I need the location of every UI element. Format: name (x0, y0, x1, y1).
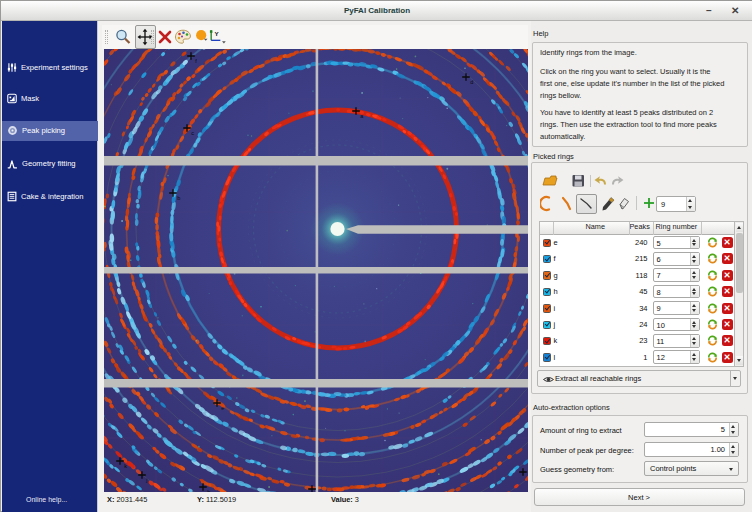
svg-text:Y: Y (214, 30, 219, 37)
svg-text:c: c (191, 130, 194, 136)
svg-text:e: e (221, 405, 224, 411)
svg-text:d: d (470, 79, 473, 85)
svg-text:j: j (145, 477, 147, 483)
svg-text:b: b (177, 195, 180, 201)
svg-text:k: k (124, 463, 127, 469)
